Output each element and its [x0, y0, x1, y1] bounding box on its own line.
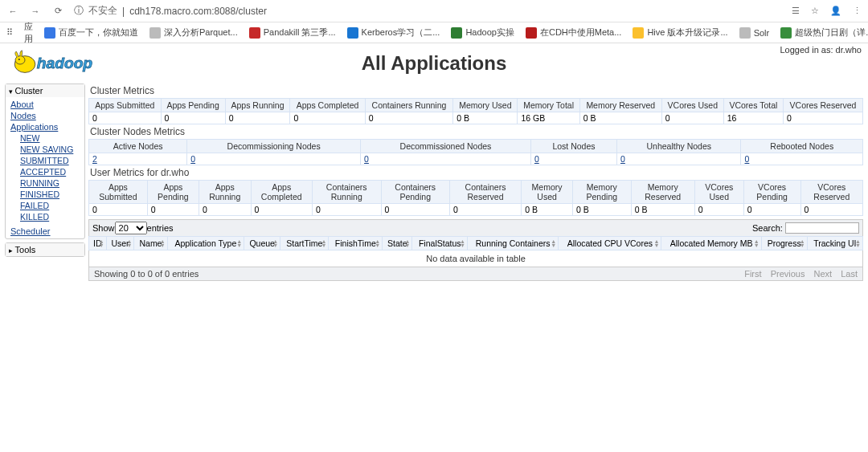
metric-header: Containers Running — [312, 181, 381, 204]
star-icon[interactable]: ☆ — [811, 6, 819, 16]
page-size-select[interactable]: 20 — [115, 222, 147, 234]
login-status: Logged in as: dr.who — [780, 45, 862, 55]
metric-header: Decommissioning Nodes — [187, 140, 361, 153]
bookmark-item[interactable]: 百度一下，你就知道 — [44, 26, 138, 39]
bookmark-item[interactable]: Pandakill 第三季... — [249, 26, 336, 39]
sidebar-link-applications[interactable]: Applications — [10, 121, 80, 132]
apps-col-header[interactable]: Name▲▼ — [134, 237, 167, 250]
apps-col-header[interactable]: FinishTime▲▼ — [329, 237, 383, 250]
sidebar-link-killed[interactable]: KILLED — [20, 211, 80, 222]
sidebar-section-tools[interactable]: Tools — [6, 243, 84, 256]
apps-col-header[interactable]: ID▲▼ — [89, 237, 107, 250]
sidebar-link-submitted[interactable]: SUBMITTED — [20, 155, 80, 166]
datatable-footer: Showing 0 to 0 of 0 entries First Previo… — [88, 267, 863, 281]
pager-first[interactable]: First — [744, 269, 761, 279]
apps-col-header[interactable]: Running Containers▲▼ — [467, 237, 558, 250]
sidebar-link-running[interactable]: RUNNING — [20, 177, 80, 189]
apps-grid-icon[interactable]: ⠿ — [6, 27, 13, 38]
sidebar-section-cluster[interactable]: Cluster — [6, 84, 84, 97]
sort-icon: ▲▼ — [405, 239, 411, 247]
sidebar-link-new-saving[interactable]: NEW SAVING — [20, 144, 80, 155]
metric-link[interactable]: 0 — [190, 154, 195, 164]
metric-cell: 0 — [743, 204, 800, 216]
metric-cell: 0 — [783, 112, 862, 124]
insecure-label: 不安全 — [88, 4, 117, 18]
metric-cell: 0 — [694, 204, 743, 216]
node-metrics-table: Active NodesDecommissioning NodesDecommi… — [88, 139, 863, 165]
metric-header: Containers Reserved — [449, 181, 521, 204]
metric-link[interactable]: 2 — [92, 154, 97, 164]
apps-col-header[interactable]: Application Type▲▼ — [167, 237, 244, 250]
info-icon: ⓘ — [74, 4, 84, 18]
translate-icon[interactable]: ☰ — [792, 6, 800, 16]
avatar-icon[interactable]: 👤 — [830, 6, 841, 16]
sidebar-link-finished[interactable]: FINISHED — [20, 189, 80, 200]
sidebar-link-new[interactable]: NEW — [20, 132, 80, 144]
bookmarks-bar: ⠿ 应用 百度一下，你就知道深入分析Parquet...Pandakill 第三… — [0, 22, 868, 43]
apps-col-header[interactable]: Tracking UI▲▼ — [807, 237, 862, 250]
metric-cell: 0 — [530, 153, 616, 165]
sidebar-link-failed[interactable]: FAILED — [20, 200, 80, 211]
node-metrics-title: Cluster Nodes Metrics — [90, 126, 863, 137]
metric-header: VCores Reserved — [800, 181, 862, 204]
apps-col-header[interactable]: User▲▼ — [106, 237, 134, 250]
apps-col-header[interactable]: Allocated CPU VCores▲▼ — [559, 237, 661, 250]
bookmark-label: Hive 版本升级记录... — [647, 26, 727, 39]
sort-icon: ▲▼ — [272, 239, 278, 247]
apps-col-header[interactable]: Progress▲▼ — [761, 237, 807, 250]
bookmark-item[interactable]: 超级热门日剧（详... — [780, 26, 868, 39]
metric-header: Memory Used — [453, 99, 518, 112]
search-input[interactable] — [785, 222, 859, 234]
back-button[interactable]: ← — [6, 5, 19, 18]
pager-prev[interactable]: Previous — [771, 269, 805, 279]
metric-cell: 0 — [617, 153, 741, 165]
browser-toolbar: ← → ⟳ ⓘ 不安全 | cdh178.macro.com:8088/clus… — [0, 0, 868, 22]
sidebar-link-scheduler[interactable]: Scheduler — [10, 226, 80, 237]
metric-header: Apps Submitted — [89, 99, 162, 112]
sidebar-link-nodes[interactable]: Nodes — [10, 110, 80, 121]
forward-button[interactable]: → — [29, 5, 42, 18]
apps-col-header[interactable]: Queue▲▼ — [244, 237, 280, 250]
user-metrics-title: User Metrics for dr.who — [90, 167, 863, 178]
address-bar[interactable]: ⓘ 不安全 | cdh178.macro.com:8088/cluster — [74, 4, 267, 18]
metric-cell: 0 — [251, 204, 312, 216]
bookmark-icon — [780, 27, 792, 39]
apps-col-header[interactable]: FinalStatus▲▼ — [412, 237, 467, 250]
sort-icon: ▲▼ — [551, 239, 556, 247]
metric-cell: 0 — [187, 153, 361, 165]
metric-cell: 0 — [199, 204, 251, 216]
metric-link[interactable]: 0 — [620, 154, 625, 164]
separator: | — [122, 6, 125, 17]
bookmark-item[interactable]: Hadoop实操 — [451, 26, 514, 39]
metric-cell: 0 — [312, 204, 381, 216]
user-metrics-table: Apps SubmittedApps PendingApps RunningAp… — [88, 180, 863, 216]
metric-link[interactable]: 0 — [744, 154, 749, 164]
sidebar-link-accepted[interactable]: ACCEPTED — [20, 166, 80, 177]
bookmark-item[interactable]: 深入分析Parquet... — [149, 26, 238, 39]
pager-last[interactable]: Last — [841, 269, 858, 279]
bookmark-item[interactable]: 在CDH中使用Meta... — [526, 26, 621, 39]
cluster-metrics-title: Cluster Metrics — [90, 85, 863, 96]
pager-next[interactable]: Next — [814, 269, 833, 279]
metric-link[interactable]: 0 — [364, 154, 369, 164]
metric-header: VCores Used — [661, 99, 723, 112]
metric-cell: 0 B — [522, 204, 573, 216]
metric-cell: 0 B — [572, 204, 631, 216]
bookmark-item[interactable]: Hive 版本升级记录... — [633, 26, 727, 39]
sort-icon: ▲▼ — [800, 239, 805, 247]
bookmark-item[interactable]: Kerberos学习（二... — [347, 26, 440, 39]
sort-icon: ▲▼ — [754, 239, 760, 247]
menu-icon[interactable]: ⋮ — [853, 6, 862, 16]
bookmark-item[interactable]: Solr — [739, 26, 770, 39]
metric-header: Apps Completed — [251, 181, 312, 204]
metric-link[interactable]: 0 — [534, 154, 539, 164]
sort-icon: ▲▼ — [654, 239, 660, 247]
apps-col-header[interactable]: Allocated Memory MB▲▼ — [661, 237, 761, 250]
sidebar-link-about[interactable]: About — [10, 99, 80, 110]
page-title: All Applications — [6, 52, 862, 75]
apps-col-header[interactable]: State▲▼ — [383, 237, 412, 250]
apps-col-header[interactable]: StartTime▲▼ — [280, 237, 329, 250]
reload-button[interactable]: ⟳ — [51, 5, 64, 18]
metric-cell: 0 B — [453, 112, 518, 124]
metric-cell: 0 — [381, 204, 449, 216]
